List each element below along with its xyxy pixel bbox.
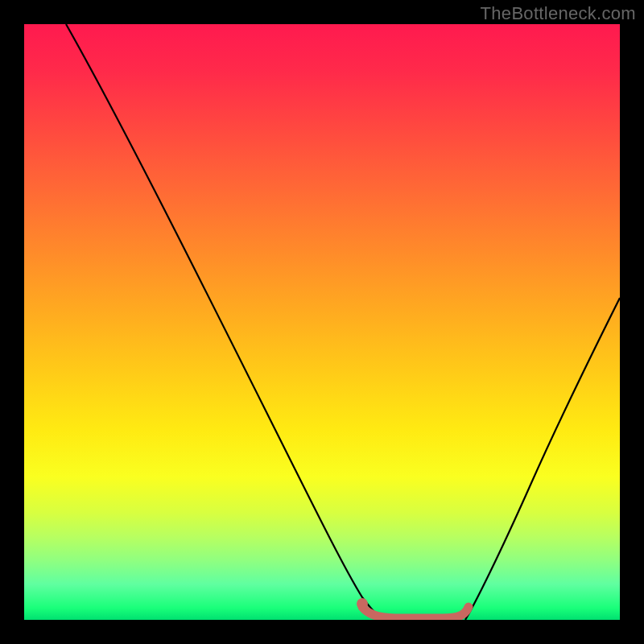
floor-segment bbox=[362, 607, 469, 618]
plot-area bbox=[24, 24, 620, 620]
chart-container: TheBottleneck.com bbox=[0, 0, 644, 644]
curves-svg bbox=[24, 24, 620, 620]
curve-left bbox=[66, 24, 383, 620]
watermark-text: TheBottleneck.com bbox=[481, 3, 636, 24]
floor-dot-left bbox=[357, 598, 368, 609]
curve-right bbox=[465, 298, 620, 620]
